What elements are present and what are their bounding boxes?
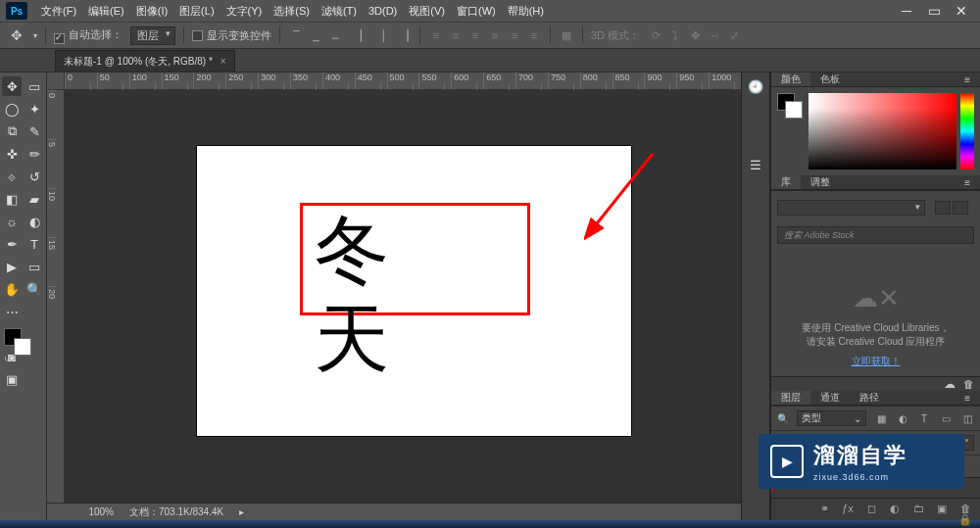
edit-toolbar[interactable]: ⋯ [2,302,22,321]
auto-select-checkbox[interactable]: 自动选择： [54,27,122,44]
tab-channels[interactable]: 通道 [810,391,850,405]
menu-item[interactable]: 视图(V) [403,0,451,22]
filter-type-icon[interactable]: T [917,411,931,425]
link-layers-icon[interactable]: ⚭ [817,503,831,516]
auto-align-icon[interactable]: ▦ [559,27,574,43]
menu-item[interactable]: 窗口(W) [451,0,502,22]
filter-adjust-icon[interactable]: ◐ [896,411,909,425]
menu-item[interactable]: 文字(Y) [220,0,269,22]
properties-panel-icon[interactable]: ☰ [746,155,765,174]
tab-color[interactable]: 颜色 [771,72,810,86]
grid-view-icon[interactable] [935,201,951,215]
path-select-tool[interactable]: ▶ [2,257,22,276]
move-tool[interactable]: ✥ [2,76,22,96]
layer-group-icon[interactable]: 🗀 [911,503,925,516]
color-panel-menu-icon[interactable]: ≡ [955,72,980,86]
lasso-tool[interactable]: ◯ [2,99,22,119]
filter-smart-icon[interactable]: ◫ [960,411,974,425]
menu-item[interactable]: 帮助(H) [502,0,550,22]
filter-image-icon[interactable]: ▦ [874,411,888,425]
3d-slide-icon[interactable]: ↔ [707,27,722,43]
pen-tool[interactable]: ✒ [2,234,22,254]
menu-item[interactable]: 图像(I) [130,0,173,22]
dist-vcenter-icon[interactable]: ≡ [448,27,464,43]
close-button[interactable]: ✕ [955,3,968,19]
new-layer-icon[interactable]: ▣ [935,503,949,516]
color-field[interactable] [808,93,956,169]
magic-wand-tool[interactable]: ✦ [24,99,44,119]
layers-panel-menu-icon[interactable]: ≡ [955,391,980,405]
zoom-level[interactable]: 100% [55,506,114,517]
dodge-tool[interactable]: ◐ [24,212,44,231]
3d-roll-icon[interactable]: ⤵ [667,27,683,43]
brush-tool[interactable]: ✏ [24,144,44,164]
clone-stamp-tool[interactable]: ⟐ [2,167,22,186]
status-arrow-icon[interactable]: ▸ [239,506,244,517]
trash-icon[interactable]: 🗑 [963,378,974,390]
hue-slider[interactable] [960,93,974,169]
healing-brush-tool[interactable]: ✜ [2,144,22,164]
blur-tool[interactable]: ☼ [2,212,22,231]
menu-item[interactable]: 3D(D) [363,0,403,22]
3d-pan-icon[interactable]: ✥ [687,27,703,43]
zoom-tool[interactable]: 🔍 [24,279,44,299]
align-top-icon[interactable]: ⎺ [288,27,304,43]
dist-top-icon[interactable]: ≡ [428,27,444,43]
delete-layer-icon[interactable]: 🗑 [958,503,972,516]
menu-item[interactable]: 选择(S) [268,0,316,22]
eraser-tool[interactable]: ◧ [2,189,22,209]
tab-layers[interactable]: 图层 [771,391,810,405]
tab-adjustments[interactable]: 调整 [801,175,840,189]
menu-item[interactable]: 滤镜(T) [316,0,363,22]
dist-left-icon[interactable]: ≡ [487,27,503,43]
tab-close-icon[interactable]: × [220,56,226,67]
align-bottom-icon[interactable]: ⎽ [327,27,343,43]
filter-shape-icon[interactable]: ▭ [939,411,953,425]
align-vcenter-icon[interactable]: ⎯ [308,27,323,43]
cc-sync-icon[interactable]: ☁ [944,377,956,391]
layer-kind-dropdown[interactable]: 类型⌄ [797,410,866,426]
menu-item[interactable]: 文件(F) [35,0,82,22]
dist-right-icon[interactable]: ≡ [526,27,542,43]
dist-bottom-icon[interactable]: ≡ [467,27,483,43]
library-dropdown[interactable] [777,200,925,216]
history-brush-tool[interactable]: ↺ [24,167,44,186]
restore-button[interactable]: ▭ [927,3,941,19]
crop-tool[interactable]: ⧉ [2,121,22,141]
gradient-tool[interactable]: ▰ [24,189,44,209]
panel-swatches[interactable] [777,93,805,128]
artboard-tool[interactable]: ▭ [24,76,44,96]
layer-fx-icon[interactable]: ƒx [841,503,855,516]
text-layer[interactable]: 冬 天 [315,206,530,384]
cc-get-link[interactable]: 立即获取！ [852,355,901,368]
menu-item[interactable]: 图层(L) [173,0,220,22]
library-panel-menu-icon[interactable]: ≡ [955,175,980,189]
minimize-button[interactable]: ─ [900,3,913,19]
shape-tool[interactable]: ▭ [24,257,44,276]
tab-libraries[interactable]: 库 [771,175,801,189]
color-swatches[interactable]: ↺ [2,328,44,363]
screen-mode-tool[interactable]: ▣ [2,369,22,389]
align-right-icon[interactable]: ▕ [396,27,412,43]
dist-hcenter-icon[interactable]: ≡ [507,27,522,43]
align-hcenter-icon[interactable]: │ [376,27,392,43]
align-left-icon[interactable]: ▏ [357,27,372,43]
eyedropper-tool[interactable]: ✎ [24,121,44,141]
3d-scale-icon[interactable]: ⤢ [726,27,742,43]
tab-paths[interactable]: 路径 [850,391,889,405]
canvas-stage[interactable]: 冬 天 [65,90,741,503]
tab-swatches[interactable]: 色板 [810,72,850,86]
history-panel-icon[interactable]: 🕘 [746,76,765,96]
document-tab[interactable]: 未标题-1 @ 100% (冬天, RGB/8) * × [55,50,235,72]
auto-select-dropdown[interactable]: 图层 [130,26,175,45]
background-color[interactable] [14,338,31,356]
list-view-icon[interactable] [953,201,968,215]
3d-orbit-icon[interactable]: ⟳ [648,27,663,43]
adjustment-layer-icon[interactable]: ◐ [888,503,902,516]
show-transform-checkbox[interactable]: 显示变换控件 [192,28,271,43]
hand-tool[interactable]: ✋ [2,279,22,299]
menu-item[interactable]: 编辑(E) [82,0,130,22]
layer-mask-icon[interactable]: ◻ [864,503,878,516]
type-tool[interactable]: T [24,234,44,254]
stock-search-input[interactable]: 搜索 Adobe Stock [777,226,974,244]
